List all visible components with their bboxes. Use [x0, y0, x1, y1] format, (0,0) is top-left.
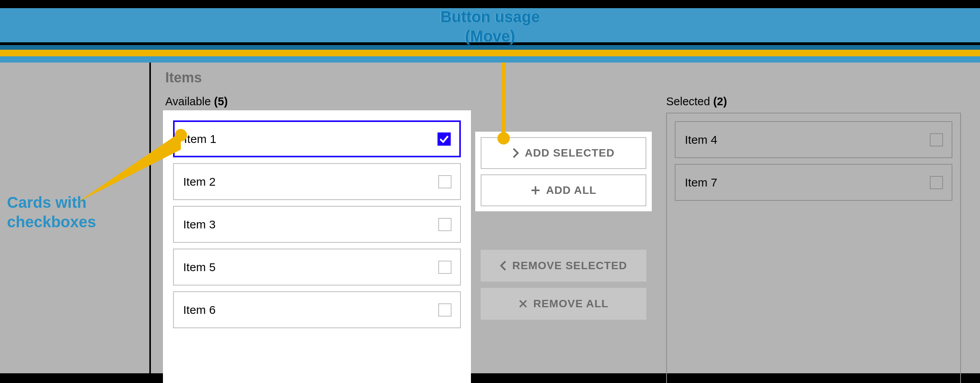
- add-buttons-panel: ADD SELECTED ADD ALL: [475, 132, 652, 211]
- button-label: ADD ALL: [546, 184, 597, 197]
- list-item-label: Item 6: [183, 303, 215, 317]
- banner-stripe: [0, 8, 980, 42]
- list-item[interactable]: Item 2: [173, 163, 461, 200]
- section-title: Items: [165, 70, 202, 86]
- checkbox[interactable]: [930, 133, 943, 146]
- available-count: (5): [214, 95, 228, 108]
- checkbox[interactable]: [438, 218, 452, 231]
- selected-list: Item 4 Item 7: [666, 113, 961, 383]
- banner-stripe: [0, 56, 980, 63]
- list-item-label: Item 7: [685, 176, 717, 189]
- button-label: ADD SELECTED: [525, 147, 614, 159]
- checkbox[interactable]: [438, 132, 451, 146]
- list-item-label: Item 2: [183, 175, 215, 188]
- plus-icon: [530, 185, 541, 195]
- list-item-label: Item 4: [685, 133, 717, 146]
- list-item[interactable]: Item 7: [675, 164, 952, 201]
- checkbox[interactable]: [438, 261, 452, 274]
- banner-stripe: [0, 50, 980, 56]
- add-all-button[interactable]: ADD ALL: [481, 174, 646, 206]
- available-header: Available (5): [165, 95, 228, 108]
- list-item[interactable]: Item 4: [675, 121, 952, 158]
- selected-count: (2): [713, 95, 727, 108]
- list-item[interactable]: Item 5: [173, 249, 461, 286]
- list-item[interactable]: Item 1: [173, 120, 461, 157]
- remove-selected-button[interactable]: REMOVE SELECTED: [481, 250, 646, 282]
- add-selected-button[interactable]: ADD SELECTED: [481, 137, 646, 169]
- chevron-right-icon: [512, 148, 519, 158]
- list-item-label: Item 5: [183, 261, 215, 274]
- banner-stripe: [0, 45, 980, 50]
- transfer-component: Items Available (5) Item 1 Item 2 Item 3: [0, 63, 980, 373]
- selected-label: Selected: [666, 95, 710, 108]
- available-list: Item 1 Item 2 Item 3 Item 5: [163, 110, 471, 383]
- checkbox[interactable]: [438, 303, 452, 317]
- checkbox[interactable]: [930, 176, 943, 189]
- button-label: REMOVE ALL: [533, 298, 609, 310]
- button-label: REMOVE SELECTED: [512, 259, 627, 272]
- list-item[interactable]: Item 6: [173, 291, 461, 328]
- list-item-label: Item 1: [184, 132, 216, 146]
- available-label: Available: [165, 95, 211, 108]
- vertical-rule: [149, 63, 151, 373]
- list-item[interactable]: Item 3: [173, 206, 461, 243]
- checkbox[interactable]: [438, 175, 452, 188]
- remove-all-button[interactable]: REMOVE ALL: [481, 288, 646, 320]
- selected-header: Selected (2): [666, 95, 727, 108]
- chevron-left-icon: [500, 260, 507, 271]
- list-item-label: Item 3: [183, 218, 215, 231]
- close-icon: [518, 299, 528, 308]
